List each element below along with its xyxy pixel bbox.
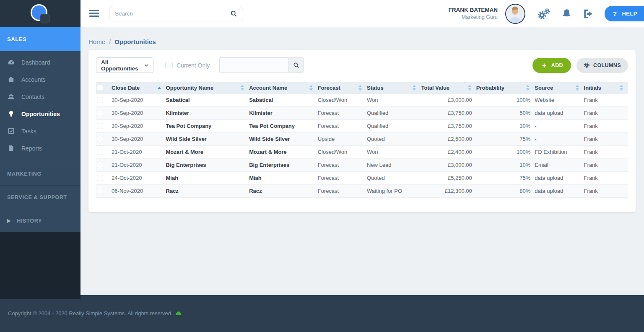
user-role: Marketing Guru <box>449 14 498 21</box>
table-search-button[interactable] <box>288 57 304 73</box>
cell-probability: 80% <box>476 184 535 197</box>
column-label: Account Name <box>249 85 287 91</box>
cell-probability: 100% <box>476 93 535 106</box>
sidebar-item-tasks[interactable]: Tasks <box>0 122 80 140</box>
cell-total-value: £3,750.00 <box>421 119 476 132</box>
gear-icon <box>584 62 590 68</box>
sort-icon[interactable] <box>468 85 471 91</box>
help-button[interactable]: ? HELP <box>605 6 644 21</box>
row-checkbox[interactable] <box>97 97 103 103</box>
row-checkbox[interactable] <box>97 136 103 142</box>
row-checkbox[interactable] <box>97 110 103 116</box>
green-chat-icon[interactable] <box>175 311 182 316</box>
column-header-opportunity-name[interactable]: Opportunity Name <box>166 82 249 93</box>
cell-total-value: £2,400.00 <box>421 145 476 158</box>
table-row[interactable]: 30-Sep-2020KilmisterKilmisterForecastQua… <box>96 106 628 119</box>
columns-label: COLUMNS <box>593 62 621 68</box>
add-button[interactable]: ＋ ADD <box>532 58 571 73</box>
cell-source: data upload <box>535 184 584 197</box>
cell-source: - <box>535 132 584 145</box>
settings-gears-icon[interactable] <box>538 8 550 19</box>
cell-status: Qualified <box>367 119 421 132</box>
logo-block <box>0 0 80 27</box>
row-checkbox-cell <box>96 93 112 106</box>
nav-section-service-support[interactable]: SERVICE & SUPPORT <box>0 185 80 209</box>
cell-forecast: Upside <box>318 132 367 145</box>
table-row[interactable]: 30-Sep-2020Wild Side SilverWild Side Sil… <box>96 132 628 145</box>
sort-icon[interactable] <box>413 85 416 91</box>
row-checkbox[interactable] <box>97 149 103 155</box>
current-only-checkbox[interactable] <box>165 62 173 69</box>
column-header-initials[interactable]: Initials <box>584 82 628 93</box>
opportunity-filter-select[interactable]: All Opportunities <box>96 57 153 73</box>
global-search-input[interactable] <box>115 10 230 17</box>
question-mark-icon: ? <box>613 10 617 17</box>
nav-section-sales[interactable]: SALES <box>0 27 80 51</box>
user-info[interactable]: FRANK BATEMAN Marketing Guru <box>449 6 498 21</box>
cell-account: Mozart & More <box>249 145 318 158</box>
sidebar-main: SALES Dashboard Accounts Contacts <box>0 27 80 232</box>
sign-out-icon[interactable] <box>583 9 594 19</box>
table-row[interactable]: 21-Oct-2020Big EnterprisesBig Enterprise… <box>96 158 628 171</box>
breadcrumb-home[interactable]: Home <box>88 38 105 45</box>
sort-icon[interactable] <box>526 85 530 91</box>
column-header-account-name[interactable]: Account Name <box>249 82 318 93</box>
cell-opportunity: Tea Pot Company <box>166 119 249 132</box>
search-icon <box>293 62 299 68</box>
app-logo-icon[interactable] <box>31 4 50 23</box>
table-row[interactable]: 21-Oct-2020Mozart & MoreMozart & MoreClo… <box>96 145 628 158</box>
column-header-close-date[interactable]: Close Date <box>112 82 166 93</box>
row-checkbox-cell <box>96 184 112 197</box>
column-label: Total Value <box>421 85 449 91</box>
sidebar-item-reports[interactable]: Reports <box>0 140 80 157</box>
sort-icon[interactable] <box>309 85 313 91</box>
sidebar-item-contacts[interactable]: Contacts <box>0 88 80 105</box>
row-checkbox-cell <box>96 171 112 184</box>
table-search-input[interactable] <box>219 57 288 73</box>
column-header-forecast[interactable]: Forecast <box>318 82 367 93</box>
cell-status: Qualified <box>367 106 421 119</box>
cell-forecast: Forecast <box>318 119 367 132</box>
columns-button[interactable]: COLUMNS <box>576 58 628 73</box>
sort-icon[interactable] <box>576 85 579 91</box>
select-all-checkbox[interactable] <box>97 85 103 91</box>
cell-initials: Frank <box>584 158 628 171</box>
table-row[interactable]: 24-Oct-2020MiahMiahForecastQuoted£5,250.… <box>96 171 628 184</box>
column-label: Initials <box>584 85 601 91</box>
avatar[interactable] <box>505 4 525 24</box>
cell-total-value: £3,750.00 <box>421 106 476 119</box>
column-header-source[interactable]: Source <box>535 82 584 93</box>
cell-probability: 75% <box>476 171 535 184</box>
table-row[interactable]: 30-Sep-2020SabaticalSabaticalClosed/WonW… <box>96 93 628 106</box>
cell-forecast: Forecast <box>318 106 367 119</box>
row-checkbox[interactable] <box>97 175 103 181</box>
row-checkbox-cell <box>96 145 112 158</box>
sort-icon[interactable] <box>358 85 362 91</box>
column-label: Probability <box>476 85 504 91</box>
column-header-total-value[interactable]: Total Value <box>421 82 476 93</box>
cell-close-date: 21-Oct-2020 <box>112 145 166 158</box>
cell-account: Sabatical <box>249 93 318 106</box>
column-header-probability[interactable]: Probability <box>476 82 535 93</box>
sidebar-item-opportunities[interactable]: Opportunities <box>0 105 80 122</box>
column-header-status[interactable]: Status <box>367 82 421 93</box>
briefcase-icon <box>8 76 15 83</box>
search-icon[interactable] <box>230 10 237 17</box>
table-row[interactable]: 06-Nov-2020RaczRaczForecastWaiting for P… <box>96 184 628 197</box>
notifications-bell-icon[interactable] <box>561 8 572 19</box>
row-checkbox[interactable] <box>97 188 103 194</box>
plus-icon: ＋ <box>540 62 548 69</box>
hamburger-menu-icon[interactable] <box>89 8 99 18</box>
table-body: 30-Sep-2020SabaticalSabaticalClosed/WonW… <box>96 93 628 197</box>
sidebar-item-history[interactable]: ▶ HISTORY <box>0 209 80 232</box>
sidebar-item-accounts[interactable]: Accounts <box>0 71 80 88</box>
row-checkbox[interactable] <box>97 162 103 168</box>
table-row[interactable]: 30-Sep-2020Tea Pot CompanyTea Pot Compan… <box>96 119 628 132</box>
sort-ascending-icon[interactable] <box>158 87 161 89</box>
sort-icon[interactable] <box>241 85 244 91</box>
row-checkbox[interactable] <box>97 123 103 129</box>
sidebar-item-dashboard[interactable]: Dashboard <box>0 54 80 71</box>
nav-section-marketing[interactable]: MARKETING <box>0 162 80 185</box>
user-name: FRANK BATEMAN <box>449 6 498 14</box>
sort-icon[interactable] <box>620 85 623 91</box>
